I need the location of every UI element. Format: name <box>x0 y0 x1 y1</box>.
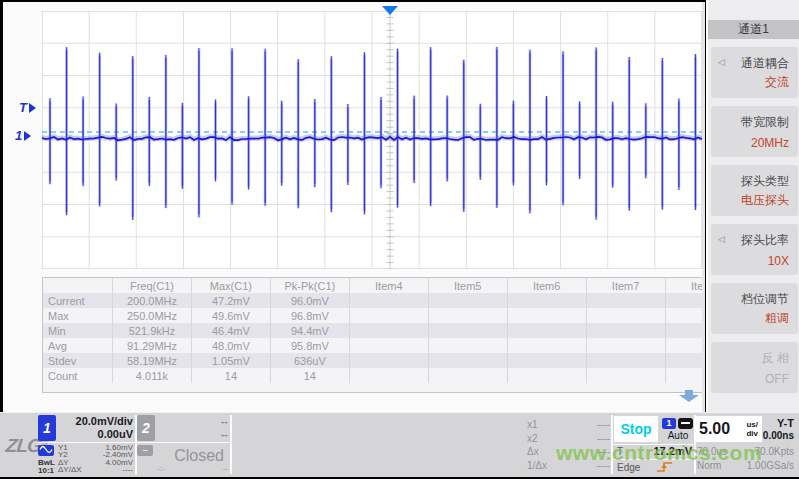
table-row: Avg91.29MHz48.0mV95.8mV <box>43 338 703 353</box>
column-header-item7[interactable]: Item7 <box>586 278 665 293</box>
channel1-marker-label: 1 <box>15 128 22 143</box>
waveform-svg <box>42 11 702 269</box>
cell-value <box>586 323 665 338</box>
table-row: Count4.011k1414 <box>43 368 703 383</box>
menu-item-value: 20MHz <box>751 136 789 150</box>
acquire-mode: Norm <box>697 460 721 471</box>
cell-value: 47.2mV <box>191 293 270 308</box>
cell-value <box>665 368 703 383</box>
cell-value <box>586 293 665 308</box>
cell-value: 46.4mV <box>191 323 270 338</box>
cell-value <box>349 308 428 323</box>
cell-value: 636uV <box>270 353 349 368</box>
menu-item-label: 档位调节 <box>741 291 789 308</box>
timebase-scale: 5.00 <box>699 420 730 438</box>
column-header-blank <box>43 278 113 293</box>
cell-value <box>349 338 428 353</box>
rising-edge-icon <box>655 460 677 478</box>
channel2-badge[interactable]: 2 <box>137 415 155 441</box>
cell-value: 96.0mV <box>270 293 349 308</box>
row-label: Avg <box>43 338 113 353</box>
cell-value <box>507 353 586 368</box>
cell-value: 48.0mV <box>191 338 270 353</box>
cursor-value: ---- <box>122 466 133 473</box>
row-label: Current <box>43 293 113 308</box>
channel2-status-block[interactable]: 2 -- -- – Closed -:- -- <box>137 415 232 474</box>
probe-ratio-indicator: 10:1 <box>38 466 54 475</box>
submenu-arrow-icon: ◁ <box>718 234 725 244</box>
trigger-source-badge: 1 <box>662 418 676 429</box>
row-label: Count <box>43 368 113 383</box>
menu-item-probe-ratio[interactable]: ◁探头比率10X <box>711 224 798 275</box>
cell-value <box>428 293 507 308</box>
menu-item-label: 探头类型 <box>741 173 789 190</box>
cursor-readout-row: x1---- <box>527 418 610 432</box>
column-header-freq-c1-[interactable]: Freq(C1) <box>113 278 192 293</box>
menu-item-label: 通道耦合 <box>741 55 789 72</box>
channel1-offset: 0.00uV <box>57 428 133 440</box>
cell-value <box>349 293 428 308</box>
row-label: Min <box>43 323 113 338</box>
scrollbar-track[interactable] <box>702 2 705 412</box>
cell-value: 96.8mV <box>270 308 349 323</box>
trigger-level-value: 17.2mV <box>653 445 692 457</box>
trigger-position-marker-icon[interactable] <box>382 6 398 15</box>
cell-value <box>586 308 665 323</box>
cell-value <box>507 338 586 353</box>
arrow-right-icon <box>24 131 31 141</box>
cell-value: 200.0MHz <box>113 293 192 308</box>
channel1-position-marker[interactable]: 1 <box>15 128 31 143</box>
cursor-dashes: ---- <box>597 459 610 473</box>
timebase-unit: us/div <box>746 420 758 438</box>
cell-value <box>428 353 507 368</box>
cursor-dashes: ---- <box>597 432 610 446</box>
cell-value <box>665 338 703 353</box>
trigger-level-marker[interactable]: T <box>19 100 36 115</box>
trigger-status-block[interactable]: Stop 1 Auto T 17.2mV Edge <box>611 415 696 474</box>
cursor-readout-row: x2---- <box>527 432 610 446</box>
cell-value: 49.6mV <box>191 308 270 323</box>
trigger-mode: Auto <box>662 430 694 441</box>
table-row: Min521.9kHz46.4mV94.4mV <box>43 323 703 338</box>
trigger-coupling-icon <box>678 418 693 429</box>
menu-item-value: 10X <box>768 254 789 268</box>
column-header-item5[interactable]: Item5 <box>428 278 507 293</box>
cursor-name: Δx <box>527 445 539 459</box>
cell-value <box>428 308 507 323</box>
column-header-item6[interactable]: Item6 <box>507 278 586 293</box>
menu-item-probe-type[interactable]: 探头类型电压探头 <box>711 165 798 216</box>
channel1-scale: 20.0mV/div <box>57 415 133 427</box>
column-header-pk-pk-c1-[interactable]: Pk-Pk(C1) <box>270 278 349 293</box>
menu-item-label: 探头比率 <box>741 232 789 249</box>
timebase-status-block[interactable]: 5.00 us/div Y-T 0.00ns 70.0us 70.0Kpts N… <box>693 415 797 474</box>
cell-value: 58.19MHz <box>113 353 192 368</box>
menu-item-value: 粗调 <box>765 310 789 327</box>
ac-coupling-icon <box>38 445 54 456</box>
table-row: Current200.0MHz47.2mV96.0mV <box>43 293 703 308</box>
acquisition-state-badge[interactable]: Stop <box>614 416 658 442</box>
trigger-level-label: T <box>617 446 623 457</box>
cursor-readout-row: Δx---- <box>527 445 610 459</box>
channel1-badge[interactable]: 1 <box>38 415 56 441</box>
menu-item-bandwidth-limit[interactable]: 带宽限制20MHz <box>711 106 798 157</box>
menu-item-label: 带宽限制 <box>741 114 789 131</box>
cell-value: 1.05mV <box>191 353 270 368</box>
cell-value <box>665 308 703 323</box>
menu-item-gear-adjust[interactable]: 档位调节粗调 <box>711 283 798 334</box>
column-header-item4[interactable]: Item4 <box>349 278 428 293</box>
memory-depth: 70.0Kpts <box>755 446 794 457</box>
table-row: Stdev58.19MHz1.05mV636uV <box>43 353 703 368</box>
time-range: 70.0us <box>697 446 727 457</box>
menu-item-coupling[interactable]: ◁通道耦合交流 <box>711 47 798 98</box>
arrow-right-icon <box>29 103 36 113</box>
channel2-off-icon: – <box>137 445 153 456</box>
cell-value <box>428 338 507 353</box>
scroll-down-icon[interactable] <box>678 389 700 407</box>
column-header-max-c1-[interactable]: Max(C1) <box>191 278 270 293</box>
channel1-status-block[interactable]: 1 20.0mV/div 0.00uV BwL 10:1 Y11.60mVY2-… <box>38 415 137 474</box>
channel2-status: Closed <box>174 447 224 465</box>
cursor-dashes: ---- <box>597 418 610 432</box>
timebase-scale-box[interactable]: 5.00 us/div <box>694 416 762 442</box>
column-header-item8[interactable]: Item8 <box>665 278 703 293</box>
cell-value <box>349 353 428 368</box>
